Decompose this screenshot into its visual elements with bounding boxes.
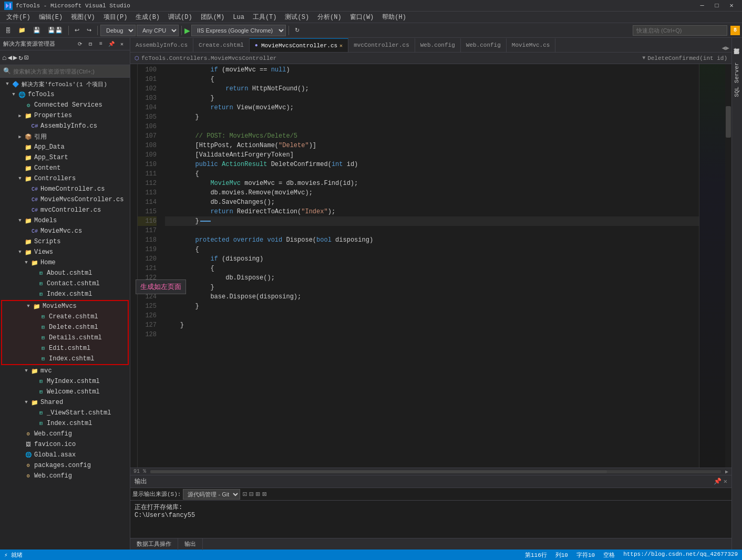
views-item[interactable]: ▼ 📁 Views [0, 247, 130, 257]
save-all-btn[interactable]: 💾💾 [45, 24, 66, 37]
tab-webconfig2[interactable]: Web.config [461, 38, 507, 52]
horizontal-scrollbar-thumb[interactable] [150, 470, 607, 473]
scroll-right-arrow[interactable]: ▶ [725, 469, 728, 475]
assemblyinfo-item[interactable]: C# AssemblyInfo.cs [0, 121, 130, 131]
webconfig-item[interactable]: ⚙ Web.config [0, 429, 130, 439]
output-btn4[interactable]: ⊠ [262, 490, 266, 499]
menu-edit[interactable]: 编辑(E) [35, 12, 67, 23]
config-dropdown[interactable]: Debug [100, 25, 136, 36]
platform-dropdown[interactable]: Any CPU [137, 25, 179, 36]
menu-file[interactable]: 文件(F) [2, 12, 35, 23]
open-btn[interactable]: 📁 [15, 24, 29, 37]
appstart-item[interactable]: 📁 App_Start [0, 152, 130, 163]
menu-project[interactable]: 项目(P) [99, 12, 132, 23]
menu-debug[interactable]: 调试(D) [164, 12, 197, 23]
redo-btn[interactable]: ↪ [84, 24, 95, 37]
output-btn3[interactable]: ⊞ [255, 490, 260, 499]
props-icon[interactable]: ≡ [96, 39, 106, 49]
project-item[interactable]: ▼ 🌐 fcTools [0, 89, 130, 100]
globalasax-item[interactable]: 🌐 Global.asax [0, 450, 130, 460]
index-moviemvcs-item[interactable]: ⊞ Index.cshtml [2, 354, 128, 364]
tab-mvccontroller[interactable]: mvcController.cs [348, 38, 415, 52]
pin-output-icon[interactable]: 📌 [714, 478, 722, 485]
menu-view[interactable]: 视图(V) [67, 12, 99, 23]
shared-folder-item[interactable]: ▼ 📁 Shared [0, 397, 130, 408]
maximize-btn[interactable]: □ [710, 0, 723, 12]
close-output-icon[interactable]: ✕ [724, 478, 727, 485]
contact-item[interactable]: ⊞ Contact.cshtml [0, 278, 130, 289]
output-btn1[interactable]: ⊡ [242, 490, 246, 499]
properties-item[interactable]: ▶ 📁 Properties [0, 110, 130, 121]
output-source-select[interactable]: 源代码管理 - Git [183, 489, 240, 500]
output-tab[interactable]: 输出 [178, 538, 203, 550]
models-item[interactable]: ▼ 📁 Models [0, 215, 130, 226]
controllers-item[interactable]: ▼ 📁 Controllers [0, 173, 130, 184]
tab-create[interactable]: Create.cshtml [193, 38, 250, 52]
webconfig2-item[interactable]: ⚙ Web.config [0, 471, 130, 481]
home-folder-item[interactable]: ▼ 📁 Home [0, 257, 130, 268]
back-icon[interactable]: ◀ [7, 53, 12, 62]
tab-moviemvc[interactable]: MovieMvc.cs [507, 38, 556, 52]
connected-services-item[interactable]: ⚙ Connected Services [0, 100, 130, 110]
tab-scroll-left[interactable]: ◀ [722, 44, 726, 52]
menu-window[interactable]: 窗口(W) [346, 12, 378, 23]
menu-analyze[interactable]: 分析(N) [313, 12, 346, 23]
search-input[interactable] [13, 68, 127, 75]
code-text[interactable]: if (movieMvc == null) { return HttpNotFo… [161, 64, 699, 468]
title-bar-controls[interactable]: ─ □ ✕ [696, 0, 738, 12]
menu-help[interactable]: 帮助(H) [378, 12, 410, 23]
horizontal-scrollbar-track[interactable] [150, 470, 721, 473]
menu-test[interactable]: 测试(S) [281, 12, 313, 23]
about-item[interactable]: ⊞ About.cshtml [0, 268, 130, 278]
quick-search-input[interactable] [633, 25, 727, 36]
favicon-item[interactable]: 🖼 favicon.ico [0, 439, 130, 450]
moviemvc-item[interactable]: C# MovieMvc.cs [0, 226, 130, 236]
index-shared-item[interactable]: ⊞ Index.cshtml [0, 418, 130, 429]
moviemvcs-folder-item[interactable]: ▼ 📁 MovieMvcs [2, 301, 128, 312]
tab-webconfig1[interactable]: Web.config [415, 38, 461, 52]
refresh-btn[interactable]: ↻ [292, 24, 303, 37]
sync-icon[interactable]: ⟳ [75, 39, 85, 49]
homecontroller-item[interactable]: C# HomeController.cs [0, 184, 130, 194]
edit-item[interactable]: ⊞ Edit.cshtml [2, 343, 128, 354]
welcome-item[interactable]: ⊞ Welcome.cshtml [0, 387, 130, 397]
packages-item[interactable]: ⚙ packages.config [0, 460, 130, 471]
scripts-item[interactable]: 📁 Scripts [0, 236, 130, 247]
forward-icon[interactable]: ▶ [13, 53, 17, 62]
mvccontroller-item[interactable]: C# mvcController.cs [0, 205, 130, 215]
refresh-tree-icon[interactable]: ↻ [18, 53, 23, 62]
menu-build[interactable]: 生成(B) [131, 12, 164, 23]
pin-icon[interactable]: 📌 [107, 39, 116, 49]
undo-btn[interactable]: ↩ [71, 24, 83, 37]
menu-lua[interactable]: Lua [229, 12, 249, 23]
content-item[interactable]: 📁 Content [0, 163, 130, 173]
new-project-btn[interactable]: 🗄 [2, 24, 14, 37]
filter-icon[interactable]: ⊡ [24, 53, 28, 62]
minimize-btn[interactable]: ─ [696, 0, 708, 12]
run-btn[interactable]: ▶ [184, 26, 190, 35]
myindex-item[interactable]: ⊞ MyIndex.cshtml [0, 376, 130, 387]
create-item[interactable]: ⊞ Create.cshtml [2, 312, 128, 322]
data-tools-tab[interactable]: 数据工具操作 [130, 538, 178, 550]
collapse-all-icon[interactable]: ⊟ [86, 39, 95, 49]
tab-moviemvcscontroller[interactable]: ● MovieMvcsController.cs ✕ [250, 38, 348, 52]
solution-item[interactable]: ▼ 🔷 解决方案'fcTools'(1 个项目) [0, 79, 130, 89]
tab-scroll-right[interactable]: ▶ [726, 44, 729, 52]
save-btn[interactable]: 💾 [30, 24, 44, 37]
appdata-item[interactable]: 📁 App_Data [0, 142, 130, 152]
menu-team[interactable]: 团队(M) [197, 12, 229, 23]
output-btn2[interactable]: ⊟ [249, 490, 253, 499]
vertical-scrollbar[interactable] [725, 64, 731, 468]
close-btn[interactable]: ✕ [725, 0, 738, 12]
delete-item[interactable]: ⊞ Delete.cshtml [2, 322, 128, 333]
moviemvcscontroller-item[interactable]: C# MovieMvcsController.cs [0, 194, 130, 205]
home-icon[interactable]: ⌂ [2, 54, 6, 62]
menu-tools[interactable]: 工具(T) [249, 12, 281, 23]
search-box[interactable]: 🔍 [0, 65, 130, 78]
details-item[interactable]: ⊞ Details.cshtml [2, 333, 128, 343]
close-panel-icon[interactable]: ✕ [117, 39, 127, 49]
references-item[interactable]: ▶ 📦 引用 [0, 131, 130, 142]
tab-assemblyinfo[interactable]: AssemblyInfo.cs [130, 38, 193, 52]
viewstart-item[interactable]: ⊞ _ViewStart.cshtml [0, 408, 130, 418]
run-config-dropdown[interactable]: IIS Express (Google Chrome) [191, 25, 286, 36]
